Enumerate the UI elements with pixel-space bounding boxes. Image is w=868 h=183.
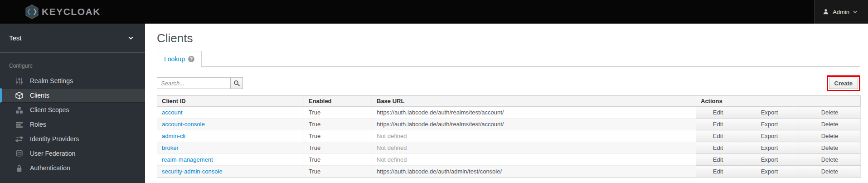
sidebar-item-identity-providers[interactable]: Identity Providers (0, 132, 145, 146)
client-link[interactable]: account-console (162, 121, 205, 128)
magnifier-icon (233, 80, 240, 87)
base-url-not-defined: Not defined (377, 144, 407, 151)
edit-button[interactable]: Edit (696, 154, 740, 166)
sidebar-item-label: User Federation (30, 150, 75, 157)
clients-table: Client ID Enabled Base URL Actions accou… (157, 95, 861, 178)
app-header: KEYCLOAK Admin (0, 0, 868, 24)
tab-lookup[interactable]: Lookup ? (157, 51, 202, 67)
user-menu[interactable]: Admin (814, 0, 868, 24)
annotation-highlight: Create (827, 75, 860, 91)
client-link[interactable]: security-admin-console (162, 168, 223, 175)
base-url-link[interactable]: https://auth.labcode.de/auth/admin/test/… (377, 168, 502, 175)
sidebar-item-label: Client Scopes (30, 106, 69, 114)
edit-button[interactable]: Edit (696, 130, 740, 142)
export-button[interactable]: Export (740, 166, 799, 178)
edit-button[interactable]: Edit (696, 142, 740, 154)
keycloak-logo[interactable]: KEYCLOAK (0, 4, 101, 20)
cubes-icon (15, 106, 23, 114)
client-link[interactable]: broker (162, 144, 179, 151)
bars-icon (15, 121, 23, 129)
base-url-not-defined: Not defined (377, 156, 407, 163)
delete-button[interactable]: Delete (799, 154, 861, 166)
sidebar-item-label: Identity Providers (30, 135, 79, 143)
base-url-link[interactable]: https://auth.labcode.de/auth/realms/test… (377, 121, 504, 128)
edit-button[interactable]: Edit (696, 166, 740, 178)
table-row: security-admin-console True https://auth… (157, 166, 861, 178)
table-row: admin-cli True Not defined Edit Export D… (157, 130, 861, 142)
table-toolbar: Create (157, 75, 860, 91)
sidebar-item-realm-settings[interactable]: Realm Settings (0, 74, 145, 88)
delete-button[interactable]: Delete (799, 142, 861, 154)
chevron-down-icon (853, 10, 857, 13)
col-client-id: Client ID (157, 96, 304, 107)
table-row: account True https://auth.labcode.de/aut… (157, 107, 861, 119)
searchbox (157, 77, 243, 89)
delete-button[interactable]: Delete (799, 119, 861, 130)
edit-button[interactable]: Edit (696, 119, 740, 130)
client-link[interactable]: admin-cli (162, 133, 185, 139)
chevron-down-icon (128, 36, 133, 40)
col-base-url: Base URL (372, 96, 696, 107)
edit-button[interactable]: Edit (696, 107, 740, 119)
enabled-value: True (304, 142, 372, 154)
enabled-value: True (304, 107, 372, 119)
delete-button[interactable]: Delete (799, 166, 861, 178)
exchange-icon (15, 135, 23, 143)
sidebar-item-authentication[interactable]: Authentication (0, 161, 145, 175)
search-input[interactable] (157, 77, 230, 89)
tab-bar: Lookup ? (157, 51, 860, 67)
enabled-value: True (304, 119, 372, 130)
delete-button[interactable]: Delete (799, 107, 861, 119)
user-icon (823, 9, 829, 15)
sidebar-item-label: Realm Settings (30, 77, 73, 84)
search-button[interactable] (230, 77, 243, 89)
sidebar-item-clients[interactable]: Clients (0, 88, 145, 103)
col-enabled: Enabled (304, 96, 372, 107)
export-button[interactable]: Export (740, 154, 799, 166)
main-content: Clients Lookup ? Create (145, 24, 868, 183)
export-button[interactable]: Export (740, 107, 799, 119)
brand-text: KEYCLOAK (42, 6, 101, 17)
sidebar-item-user-federation[interactable]: User Federation (0, 146, 145, 161)
nav-section-label: Configure (9, 63, 145, 69)
export-button[interactable]: Export (740, 130, 799, 142)
sidebar-item-roles[interactable]: Roles (0, 117, 145, 132)
sidebar-item-label: Clients (30, 92, 49, 99)
client-link[interactable]: realm-management (162, 156, 213, 163)
sliders-icon (15, 77, 23, 85)
enabled-value: True (304, 154, 372, 166)
cube-icon (15, 92, 23, 99)
table-row: realm-management True Not defined Edit E… (157, 154, 861, 166)
realm-name: Test (9, 34, 22, 42)
keycloak-admin-console: KEYCLOAK Admin Test Configure (0, 0, 868, 183)
base-url-not-defined: Not defined (377, 133, 407, 139)
sidebar-item-label: Roles (30, 121, 46, 128)
enabled-value: True (304, 130, 372, 142)
tab-lookup-label: Lookup (164, 55, 185, 63)
user-menu-label: Admin (833, 9, 849, 15)
table-row: account-console True https://auth.labcod… (157, 119, 861, 130)
page-title: Clients (157, 24, 860, 45)
enabled-value: True (304, 166, 372, 178)
col-actions: Actions (696, 96, 861, 107)
table-row: broker True Not defined Edit Export Dele… (157, 142, 861, 154)
sidebar-item-label: Authentication (30, 164, 70, 172)
client-link[interactable]: account (162, 109, 183, 116)
delete-button[interactable]: Delete (799, 130, 861, 142)
table-header-row: Client ID Enabled Base URL Actions (157, 96, 861, 107)
help-icon[interactable]: ? (188, 56, 194, 62)
base-url-link[interactable]: https://auth.labcode.de/auth/realms/test… (377, 109, 504, 116)
sidebar-item-client-scopes[interactable]: Client Scopes (0, 103, 145, 117)
realm-selector[interactable]: Test (0, 24, 145, 53)
create-button[interactable]: Create (829, 78, 858, 89)
export-button[interactable]: Export (740, 142, 799, 154)
sidebar: Test Configure Realm Settings (0, 24, 145, 183)
lock-icon (15, 164, 23, 172)
export-button[interactable]: Export (740, 119, 799, 130)
sidebar-nav: Realm Settings Clients Client Scopes (0, 74, 145, 175)
keycloak-hexagon-icon (25, 4, 39, 20)
database-icon (15, 150, 23, 158)
